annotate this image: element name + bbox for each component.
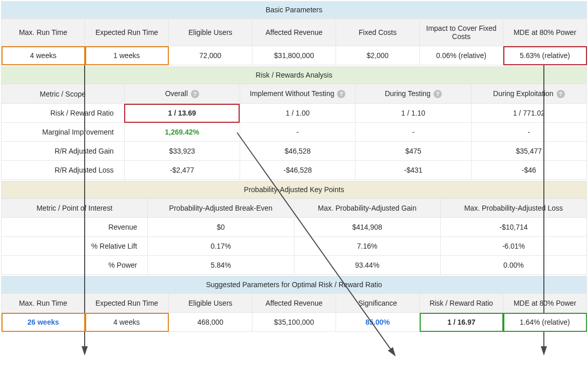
sug-header: MDE at 80% Power [503, 294, 587, 313]
basic-header: Impact to Cover Fixed Costs [420, 19, 503, 46]
sug-significance: 85.00% [336, 313, 420, 332]
prob-row-label: % Relative Lift [2, 237, 148, 256]
prob-row-label: Revenue [2, 218, 148, 237]
risk-rewards-table: Metric / Scope Overall ? Implement Witho… [1, 84, 587, 180]
prob-cell: 5.84% [148, 256, 294, 275]
sug-header: Significance [336, 294, 420, 313]
sug-risk-reward: 1 / 16.97 [420, 313, 503, 332]
sug-header: Max. Run Time [2, 294, 85, 313]
probability-title: Probability-Adjusted Key Points [1, 181, 587, 198]
prob-cell: -$10,714 [440, 218, 586, 237]
risk-cell: -$46,528 [240, 161, 355, 180]
basic-header: Fixed Costs [336, 19, 420, 46]
risk-cell: 1 / 1.00 [240, 104, 355, 123]
prob-cell: $414,908 [294, 218, 440, 237]
prob-col: Max. Probability-Adjusted Loss [440, 199, 586, 218]
basic-fixed-costs: $2,000 [336, 46, 420, 65]
prob-cell: 93.44% [294, 256, 440, 275]
help-icon[interactable]: ? [337, 90, 345, 98]
prob-cell: 0.17% [148, 237, 294, 256]
prob-col: Max. Probability-Adjusted Gain [294, 199, 440, 218]
risk-reward-ratio-overall: 1 / 13.69 [124, 104, 240, 123]
sug-header: Expected Run Time [85, 294, 169, 313]
basic-header: Eligible Users [169, 19, 252, 46]
risk-cell: -$431 [356, 161, 471, 180]
risk-row-label: Marginal Improvement [2, 123, 125, 142]
risk-cell: $475 [356, 142, 471, 161]
sug-eligible-users: 468,000 [169, 313, 252, 332]
risk-row-label: R/R Adjusted Gain [2, 142, 125, 161]
risk-row-label: Risk / Reward Ratio [2, 104, 125, 123]
sug-expected-run-time: 4 weeks [85, 313, 169, 332]
prob-cell: 0.00% [440, 256, 586, 275]
basic-expected-run-time: 1 weeks [85, 46, 169, 65]
risk-rewards-section: Risk / Rewards Analysis Metric / Scope O… [1, 66, 587, 180]
sug-max-run-time: 26 weeks [2, 313, 85, 332]
basic-parameters-table: Max. Run Time Expected Run Time Eligible… [1, 18, 587, 65]
risk-cell: -$2,477 [124, 161, 240, 180]
basic-affected-revenue: $31,800,000 [252, 46, 336, 65]
risk-rewards-title: Risk / Rewards Analysis [1, 66, 587, 84]
risk-col: Overall [165, 89, 188, 98]
risk-col: During Testing [385, 89, 430, 98]
sug-header: Affected Revenue [252, 294, 336, 313]
risk-cell: $33,923 [124, 142, 240, 161]
prob-row-label: % Power [2, 256, 148, 275]
risk-cell: 1 / 771.02 [471, 104, 586, 123]
basic-header: Max. Run Time [2, 19, 85, 46]
sug-header: Eligible Users [169, 294, 252, 313]
basic-eligible-users: 72,000 [169, 46, 252, 65]
basic-parameters-section: Basic Parameters Max. Run Time Expected … [1, 1, 587, 65]
risk-cell: -$46 [471, 161, 586, 180]
risk-cell: - [240, 123, 355, 142]
help-icon[interactable]: ? [434, 90, 442, 98]
help-icon[interactable]: ? [191, 90, 199, 98]
risk-cell: 1 / 1.10 [356, 104, 471, 123]
marginal-improvement: 1,269.42% [124, 123, 240, 142]
sug-affected-revenue: $35,100,000 [252, 313, 336, 332]
basic-header: MDE at 80% Power [503, 19, 587, 46]
basic-max-run-time: 4 weeks [2, 46, 85, 65]
risk-cell: $35,477 [471, 142, 586, 161]
probability-table: Metric / Point of Interest Probability-A… [1, 198, 587, 275]
help-icon[interactable]: ? [557, 90, 565, 98]
risk-col0: Metric / Scope [2, 84, 125, 104]
sug-mde: 1.64% (relative) [503, 313, 587, 332]
suggested-table: Max. Run Time Expected Run Time Eligible… [1, 293, 587, 332]
basic-mde: 5.63% (relative) [503, 46, 587, 65]
risk-cell: - [471, 123, 586, 142]
probability-section: Probability-Adjusted Key Points Metric /… [1, 181, 587, 275]
risk-col: During Exploitation [493, 89, 554, 98]
basic-header: Affected Revenue [252, 19, 336, 46]
basic-parameters-title: Basic Parameters [1, 1, 587, 18]
sug-header: Risk / Reward Ratio [420, 294, 503, 313]
basic-impact-cover-fixed: 0.06% (relative) [420, 46, 503, 65]
prob-col0: Metric / Point of Interest [2, 199, 148, 218]
risk-col: Implement Without Testing [250, 89, 335, 98]
prob-cell: -6.01% [440, 237, 586, 256]
risk-cell: - [356, 123, 471, 142]
prob-cell: $0 [148, 218, 294, 237]
risk-cell: $46,528 [240, 142, 355, 161]
risk-row-label: R/R Adjusted Loss [2, 161, 125, 180]
suggested-title: Suggested Parameters for Optimal Risk / … [1, 276, 587, 293]
prob-cell: 7.16% [294, 237, 440, 256]
suggested-section: Suggested Parameters for Optimal Risk / … [1, 276, 587, 332]
basic-header: Expected Run Time [85, 19, 169, 46]
prob-col: Probability-Adjusted Break-Even [148, 199, 294, 218]
